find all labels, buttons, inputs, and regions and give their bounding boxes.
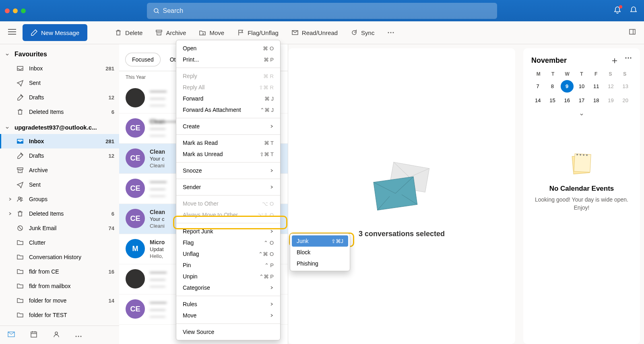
more-button[interactable] xyxy=(382,29,399,37)
sidebar-item-fldr-from-ce[interactable]: fldr from CE16 xyxy=(0,264,119,279)
sidebar-item-sent[interactable]: Sent xyxy=(0,76,119,90)
chevron-down-icon xyxy=(5,125,10,130)
calendar-day[interactable]: 9 xyxy=(561,80,574,93)
menu-item-view-source[interactable]: View Source xyxy=(176,326,280,338)
sidebar-item-deleted-items[interactable]: Deleted Items6 xyxy=(0,206,119,221)
sync-button[interactable]: Sync xyxy=(346,26,379,39)
context-menu: Open⌘ OPrint...⌘ PReply⌘ RReply All⇧⌘ RF… xyxy=(176,40,281,340)
calendar-day[interactable]: 8 xyxy=(546,80,559,93)
calendar-icon xyxy=(30,330,38,338)
avatar: CE xyxy=(126,148,145,168)
new-message-button[interactable]: New Message xyxy=(23,24,87,41)
sidebar-item-drafts[interactable]: Drafts12 xyxy=(0,90,119,105)
sidebar-item-clutter[interactable]: Clutter xyxy=(0,235,119,250)
menu-item-print-[interactable]: Print...⌘ P xyxy=(176,54,280,65)
sidebar-item-deleted-items[interactable]: Deleted Items6 xyxy=(0,105,119,119)
people-nav-button[interactable] xyxy=(50,328,63,342)
svg-rect-5 xyxy=(156,30,162,32)
menu-item-forward-as-attachment[interactable]: Forward As Attachment⌃⌘ J xyxy=(176,104,280,115)
menu-item-rules[interactable]: Rules xyxy=(176,299,280,310)
account-header[interactable]: upgradetest937@outlook.c... xyxy=(0,121,119,134)
more-nav-button[interactable] xyxy=(72,329,85,341)
read-unread-button[interactable]: Read/Unread xyxy=(287,26,343,39)
sidebar-item-inbox[interactable]: Inbox281 xyxy=(0,134,119,148)
mail-nav-button[interactable] xyxy=(5,328,18,342)
calendar-day[interactable]: 20 xyxy=(619,94,632,107)
menu-item-label: Mark as Unread xyxy=(183,151,223,157)
sidebar-item-archive[interactable]: Archive xyxy=(0,163,119,177)
calendar-day[interactable]: 19 xyxy=(604,94,617,107)
send-icon xyxy=(16,79,24,87)
menu-item-pin[interactable]: Pin⌃ P xyxy=(176,260,280,271)
menu-item-mark-as-read[interactable]: Mark as Read⌘ T xyxy=(176,137,280,148)
menu-item-sender[interactable]: Sender xyxy=(176,181,280,193)
search-bar[interactable] xyxy=(147,3,497,19)
submenu-item-block[interactable]: Block xyxy=(292,247,348,258)
menu-item-mark-as-unread[interactable]: Mark as Unread⇧⌘ T xyxy=(176,148,280,160)
sidebar-item-label: Sent xyxy=(29,181,114,188)
favourites-label: Favourites xyxy=(14,51,47,58)
calendar-day[interactable]: 7 xyxy=(531,80,544,93)
sidebar-item-drafts[interactable]: Drafts12 xyxy=(0,148,119,163)
sidebar-item-groups[interactable]: Groups xyxy=(0,192,119,206)
tab-focused[interactable]: Focused xyxy=(126,53,160,66)
menu-item-move[interactable]: Move xyxy=(176,310,280,321)
panel-toggle-button[interactable] xyxy=(625,25,639,40)
chevron-right-icon xyxy=(270,184,274,190)
calendar-nav-button[interactable] xyxy=(27,328,40,342)
minimize-window-button[interactable] xyxy=(13,8,18,13)
add-event-button[interactable] xyxy=(611,57,618,64)
calendar-more-button[interactable] xyxy=(625,57,632,59)
menu-item-unpin[interactable]: Unpin⌃⌘ P xyxy=(176,271,280,282)
sidebar-item-fldr-from-mailbox[interactable]: fldr from mailbox xyxy=(0,279,119,293)
close-window-button[interactable] xyxy=(5,8,10,13)
folder-icon xyxy=(16,311,24,319)
hamburger-menu-button[interactable] xyxy=(5,25,19,40)
sidebar-item-junk-email[interactable]: Junk Email74 xyxy=(0,221,119,235)
calendar-day[interactable]: 10 xyxy=(575,80,588,93)
menu-item-create[interactable]: Create xyxy=(176,121,280,132)
sidebar-item-sent[interactable]: Sent xyxy=(0,177,119,192)
sidebar-item-label: Clutter xyxy=(29,239,114,246)
calendar-day[interactable]: 12 xyxy=(604,80,617,93)
search-input[interactable] xyxy=(163,7,491,14)
trash-icon xyxy=(16,210,24,218)
menu-item-open[interactable]: Open⌘ O xyxy=(176,43,280,54)
sidebar-item-count: 14 xyxy=(109,298,114,304)
archive-button[interactable]: Archive xyxy=(151,26,191,39)
favourites-header[interactable]: Favourites xyxy=(0,47,119,61)
menu-item-report-junk[interactable]: Report Junk xyxy=(176,226,280,237)
calendar-expand-button[interactable] xyxy=(531,111,632,119)
submenu-item-phishing[interactable]: Phishing xyxy=(292,258,348,269)
menu-shortcut: ⌃⌘ J xyxy=(260,107,274,113)
move-button[interactable]: Move xyxy=(194,26,229,39)
menu-item-flag[interactable]: Flag⌃ O xyxy=(176,237,280,248)
menu-item-forward[interactable]: Forward⌘ J xyxy=(176,93,280,104)
delete-button[interactable]: Delete xyxy=(110,26,147,39)
sidebar-item-conversation-history[interactable]: Conversation History xyxy=(0,250,119,264)
calendar-day[interactable]: 16 xyxy=(561,94,574,107)
flag-button[interactable]: Flag/Unflag xyxy=(232,26,283,39)
calendar-day[interactable]: 11 xyxy=(590,80,603,93)
maximize-window-button[interactable] xyxy=(21,8,26,13)
notifications-button[interactable] xyxy=(613,6,621,16)
calendar-day[interactable]: 14 xyxy=(531,94,544,107)
reminder-icon[interactable] xyxy=(630,6,638,14)
calendar-day[interactable]: 13 xyxy=(619,80,632,93)
sidebar-item-folder-for-move[interactable]: folder for move14 xyxy=(0,293,119,308)
svg-point-31 xyxy=(628,57,629,58)
submenu-item-junk[interactable]: Junk⇧⌘J xyxy=(292,235,348,247)
menu-item-categorise[interactable]: Categorise xyxy=(176,282,280,293)
folder-icon xyxy=(16,253,24,261)
menu-separator xyxy=(176,223,280,223)
sidebar-item-inbox[interactable]: Inbox281 xyxy=(0,61,119,76)
svg-line-1 xyxy=(158,12,159,13)
sidebar-item-folder-for-test[interactable]: folder for TEST xyxy=(0,308,119,322)
menu-item-unflag[interactable]: Unflag⌃⌘ O xyxy=(176,248,280,260)
menu-item-snooze[interactable]: Snooze xyxy=(176,165,280,176)
weekday-label: T xyxy=(546,71,560,77)
menu-item-label: Snooze xyxy=(183,167,202,174)
calendar-day[interactable]: 15 xyxy=(546,94,559,107)
calendar-day[interactable]: 18 xyxy=(590,94,603,107)
calendar-day[interactable]: 17 xyxy=(575,94,588,107)
